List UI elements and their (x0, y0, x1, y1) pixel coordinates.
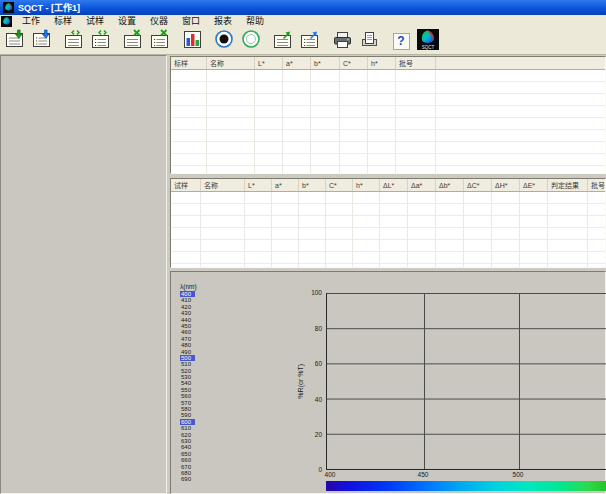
column-header[interactable]: ΔH* (492, 179, 520, 191)
menu-item[interactable]: 工作 (15, 16, 47, 26)
sqct-chromaticity-logo-icon: SQCT (417, 29, 439, 54)
standard-table-body[interactable] (171, 70, 605, 173)
document-green-diagonal-arrow-icon (273, 29, 294, 54)
toolbar: ? SQCT (0, 28, 606, 55)
right-column: 标样名称L*a*b*C*h*批号 试样名称L*a*b*C*h*ΔL*Δa*Δb*… (170, 55, 606, 494)
window-title: SQCT - [工作1] (18, 1, 80, 14)
document-list-green-angle-brackets-icon (91, 29, 112, 54)
menu-item[interactable]: 窗口 (175, 16, 207, 26)
y-tick-label: 0 (318, 466, 322, 474)
standard-table[interactable]: 标样名称L*a*b*C*h*批号 (170, 56, 606, 174)
read-sample-button[interactable] (88, 29, 114, 53)
black-circle-icon (213, 28, 235, 54)
new-sample-button[interactable] (29, 29, 55, 53)
column-header[interactable]: a* (283, 57, 311, 69)
help-button[interactable]: ? (388, 29, 414, 53)
empty-column (340, 70, 368, 173)
column-header[interactable]: 名称 (201, 179, 245, 191)
empty-column (520, 192, 548, 267)
column-header[interactable]: h* (368, 57, 396, 69)
empty-column (272, 192, 299, 267)
wavelength-item[interactable]: 690 (180, 476, 195, 482)
menu-item[interactable]: 设置 (111, 16, 143, 26)
black-calibration-button[interactable] (211, 29, 237, 53)
delete-sample-button[interactable] (147, 29, 173, 53)
empty-column (464, 192, 492, 267)
column-header[interactable]: b* (311, 57, 340, 69)
title-bar[interactable]: SQCT - [工作1] (0, 0, 606, 15)
question-mark-icon: ? (393, 33, 410, 50)
empty-column (311, 70, 340, 173)
export-standard-button[interactable] (270, 29, 296, 53)
empty-column (245, 192, 272, 267)
document-blue-diagonal-arrow-icon (300, 29, 321, 54)
color-bar-chart-button[interactable] (179, 29, 205, 53)
empty-column (283, 70, 311, 173)
spectrum-color-bar (326, 481, 606, 491)
empty-column (255, 70, 283, 173)
column-header[interactable]: 批号 (396, 57, 436, 69)
column-header[interactable]: 标样 (171, 57, 207, 69)
standard-info-panel (0, 55, 167, 494)
sample-table[interactable]: 试样名称L*a*b*C*h*ΔL*Δa*Δb*ΔC*ΔH*ΔE*判定结果批号 (170, 178, 606, 268)
column-header[interactable]: 判定结果 (548, 179, 588, 191)
x-axis-ticks: 400450500 (326, 471, 606, 479)
sample-table-body[interactable] (171, 192, 605, 267)
x-tick-label: 400 (325, 471, 336, 478)
column-header[interactable]: ΔL* (380, 179, 408, 191)
main-area: 标样名称L*a*b*C*h*批号 试样名称L*a*b*C*h*ΔL*Δa*Δb*… (0, 55, 606, 494)
gridline (424, 293, 425, 469)
read-standard-button[interactable] (61, 29, 87, 53)
column-header[interactable]: 试样 (171, 179, 201, 191)
column-header[interactable]: 批号 (588, 179, 606, 191)
column-header[interactable]: ΔE* (520, 179, 548, 191)
sample-table-header: 试样名称L*a*b*C*h*ΔL*Δa*Δb*ΔC*ΔH*ΔE*判定结果批号 (171, 179, 605, 192)
column-header[interactable]: a* (272, 179, 299, 191)
y-axis-ticks: 020406080100 (304, 293, 324, 470)
column-header[interactable]: ΔC* (464, 179, 492, 191)
empty-column (588, 192, 606, 267)
menu-item[interactable]: 报表 (207, 16, 239, 26)
empty-column (207, 70, 255, 173)
standard-table-header: 标样名称L*a*b*C*h*批号 (171, 57, 605, 70)
column-header[interactable]: b* (299, 179, 326, 191)
empty-column (492, 192, 520, 267)
white-circle-icon (240, 28, 262, 54)
empty-column (548, 192, 588, 267)
print-preview-button[interactable] (356, 29, 382, 53)
column-header[interactable]: C* (326, 179, 353, 191)
document-window-icon (1, 16, 12, 27)
empty-column (436, 192, 464, 267)
print-button[interactable] (329, 29, 355, 53)
menu-item[interactable]: 帮助 (239, 16, 271, 26)
empty-column (353, 192, 380, 267)
print-preview-icon (359, 29, 380, 54)
wavelength-list-header: λ(nm) (180, 283, 206, 290)
menu-item[interactable]: 试样 (79, 16, 111, 26)
wavelength-list[interactable]: λ(nm) 4004104204304404504604704804905005… (180, 283, 206, 483)
column-header[interactable]: h* (353, 179, 380, 191)
white-calibration-button[interactable] (238, 29, 264, 53)
column-header[interactable]: Δa* (408, 179, 436, 191)
document-list-green-x-icon (150, 29, 171, 54)
column-header[interactable]: Δb* (436, 179, 464, 191)
y-tick-label: 40 (315, 396, 322, 404)
y-tick-label: 60 (315, 360, 322, 368)
menu-item[interactable]: 标样 (47, 16, 79, 26)
sqct-logo-button[interactable]: SQCT (415, 29, 441, 53)
new-standard-button[interactable] (2, 29, 28, 53)
document-green-down-arrow-icon (5, 29, 26, 54)
export-sample-button[interactable] (297, 29, 323, 53)
empty-column (396, 70, 436, 173)
svg-text:SQCT: SQCT (422, 44, 435, 49)
y-tick-label: 80 (315, 325, 322, 333)
spectral-panel: λ(nm) 4004104204304404504604704804905005… (170, 271, 606, 494)
column-header[interactable]: L* (255, 57, 283, 69)
menu-item[interactable]: 仪器 (143, 16, 175, 26)
column-header[interactable]: 名称 (207, 57, 255, 69)
bar-chart-icon (182, 29, 203, 54)
delete-standard-button[interactable] (120, 29, 146, 53)
column-header[interactable]: C* (340, 57, 368, 69)
column-header[interactable]: L* (245, 179, 272, 191)
y-tick-label: 100 (311, 289, 322, 297)
